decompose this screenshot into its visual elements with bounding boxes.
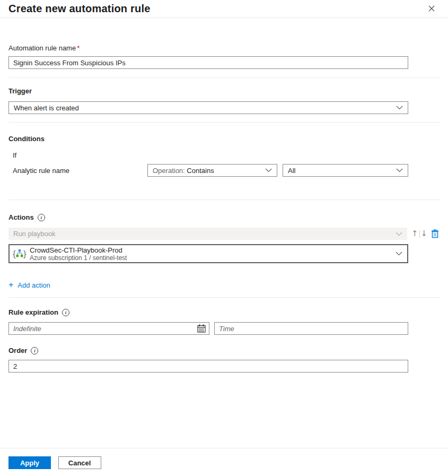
action-type-value: Run playbook <box>13 230 56 238</box>
logic-app-icon: { } <box>13 248 27 259</box>
condition-property-label: Analytic rule name <box>13 167 69 175</box>
actions-info-icon[interactable]: i <box>38 214 45 221</box>
required-asterisk: * <box>77 44 80 52</box>
close-icon <box>428 5 435 12</box>
action-type-select-disabled: Run playbook <box>8 228 407 240</box>
close-button[interactable] <box>427 4 436 13</box>
divider <box>8 77 440 78</box>
expiration-date-input[interactable] <box>8 322 209 335</box>
divider <box>8 122 440 123</box>
panel-footer: Apply Cancel <box>0 448 448 476</box>
actions-heading: Actions <box>8 213 34 221</box>
playbook-name: CrowdSec-CTI-Playbook-Prod <box>30 246 127 254</box>
trash-icon <box>431 229 439 238</box>
condition-value-select[interactable]: All <box>283 164 408 177</box>
order-input[interactable] <box>8 360 408 373</box>
chevron-down-icon <box>396 252 402 256</box>
rule-name-label: Automation rule name <box>8 44 76 52</box>
expiration-time-input[interactable] <box>214 322 408 335</box>
chevron-down-icon <box>396 232 402 236</box>
operator-selected-value: Contains <box>187 167 214 175</box>
add-action-button[interactable]: + Add action <box>8 281 50 289</box>
trigger-heading: Trigger <box>8 87 32 95</box>
operator-prefix-label: Operation: <box>153 167 185 175</box>
conditions-if-label: If <box>13 151 16 159</box>
move-action-up-button[interactable]: ↑ <box>411 230 419 238</box>
cancel-button[interactable]: Cancel <box>58 456 101 469</box>
svg-text:{: { <box>13 249 16 259</box>
chevron-down-icon <box>396 106 403 110</box>
rule-expiration-heading: Rule expiration <box>8 308 58 316</box>
delete-action-button[interactable] <box>431 229 439 238</box>
condition-operator-select[interactable]: Operation: Contains <box>147 164 277 177</box>
arrow-down-icon: ↓ <box>421 229 428 238</box>
rule-expiration-info-icon[interactable]: i <box>62 309 69 316</box>
apply-button[interactable]: Apply <box>8 456 51 469</box>
move-action-down-button[interactable]: ↓ <box>420 230 428 238</box>
calendar-icon[interactable] <box>197 324 206 334</box>
rule-name-input[interactable] <box>8 56 408 69</box>
arrow-up-icon: ↑ <box>411 229 418 238</box>
add-action-label: Add action <box>17 281 50 289</box>
trigger-selected-value: When alert is created <box>14 104 79 112</box>
tool-separator <box>419 230 420 238</box>
svg-text:}: } <box>23 249 27 259</box>
conditions-heading: Conditions <box>8 135 45 143</box>
condition-selected-value: All <box>288 167 295 175</box>
trigger-select[interactable]: When alert is created <box>8 101 408 114</box>
playbook-select[interactable]: { } CrowdSec-CTI-Playbook-Prod Azure sub… <box>8 244 408 263</box>
chevron-down-icon <box>396 168 403 172</box>
chevron-down-icon <box>265 168 272 172</box>
playbook-subtitle: Azure subscription 1 / sentinel-test <box>30 254 127 262</box>
order-heading: Order <box>8 347 27 354</box>
divider <box>8 200 440 200</box>
order-info-icon[interactable]: i <box>31 347 38 354</box>
divider <box>8 297 440 298</box>
panel-header: Create new automation rule <box>0 0 448 18</box>
page-title: Create new automation rule <box>8 3 440 15</box>
plus-icon: + <box>8 281 13 289</box>
